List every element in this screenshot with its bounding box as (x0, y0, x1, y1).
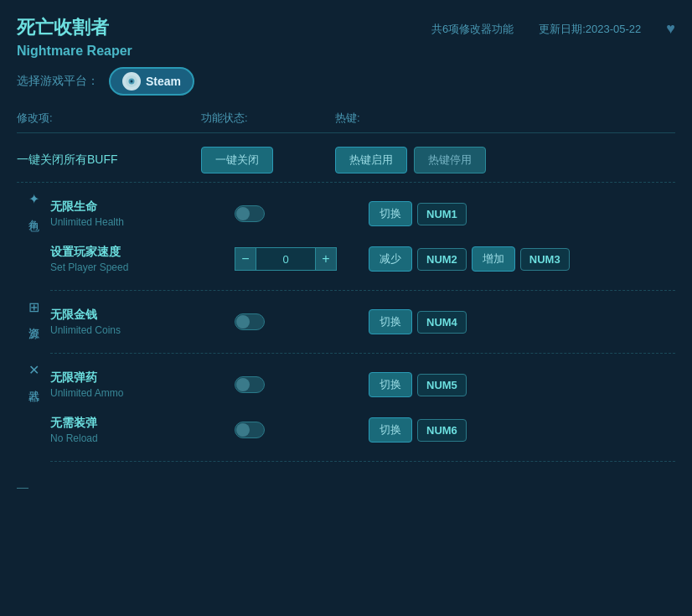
mod-name-en: Unlimited Ammo (50, 387, 235, 399)
hotkey-key-badge: NUM1 (417, 203, 467, 225)
section-character: ✦角色无限生命 Unlimited Health切换NUM1设置玩家速度 Set… (17, 183, 675, 291)
col-mod-header: 修改项: (17, 111, 201, 126)
col-status-header: 功能状态: (201, 111, 335, 126)
hotkey-switch-button[interactable]: 切换 (369, 201, 412, 226)
hotkey-key-badge: NUM4 (417, 311, 467, 334)
stepper-area: − + (235, 247, 369, 271)
category-label-weapons: 武器 (26, 381, 41, 385)
mod-name-en: Unlimited Health (50, 216, 235, 228)
hotkey-key-badge: NUM3 (520, 248, 570, 271)
hotkey-switch-button[interactable]: 切换 (369, 372, 412, 397)
mod-name-cn: 无限弹药 (50, 370, 235, 386)
hotkey-enable-button[interactable]: 热键启用 (335, 147, 407, 173)
mod-row-1-0: 无限金钱 Unlimited Coins切换NUM4 (50, 299, 675, 344)
mod-name-block: 无限生命 Unlimited Health (50, 199, 235, 228)
mod-hotkeys: 切换NUM5 (369, 372, 675, 397)
mod-row-0-0: 无限生命 Unlimited Health切换NUM1 (50, 191, 675, 236)
section-items-character: 无限生命 Unlimited Health切换NUM1设置玩家速度 Set Pl… (50, 183, 675, 291)
title-block: 死亡收割者 Nightmare Reaper (17, 15, 406, 59)
header-meta: 共6项修改器功能 更新日期:2023-05-22 ♥ (431, 15, 675, 38)
hotkey-switch-button[interactable]: 切换 (369, 309, 412, 334)
bottom-icon: — (17, 480, 28, 494)
mod-name-block: 无限弹药 Unlimited Ammo (50, 370, 235, 399)
buff-name: 一键关闭所有BUFF (17, 153, 201, 168)
mod-name-en: No Reload (50, 432, 235, 444)
category-label-resources: 资源 (26, 318, 41, 322)
hotkey-switch-button[interactable]: 减少 (369, 246, 412, 272)
category-label-character: 角色 (26, 210, 41, 214)
favorite-icon[interactable]: ♥ (666, 20, 675, 38)
steam-label: Steam (146, 75, 181, 88)
platform-label: 选择游戏平台： (17, 74, 99, 89)
hotkey-key-badge: NUM2 (417, 248, 467, 271)
game-title-en: Nightmare Reaper (17, 44, 406, 59)
mod-toggle-area (235, 376, 369, 393)
mod-hotkeys: 切换NUM1 (369, 201, 675, 226)
hotkey-key-badge: NUM5 (417, 374, 467, 396)
stepper-plus-button[interactable]: + (315, 247, 337, 271)
mod-hotkeys: 切换NUM4 (369, 309, 675, 334)
svg-point-2 (131, 80, 133, 83)
section-items-weapons: 无限弹药 Unlimited Ammo切换NUM5无需装弹 No Reload切… (50, 354, 675, 462)
toggle-switch[interactable] (235, 205, 265, 222)
toggle-switch[interactable] (235, 313, 265, 330)
platform-row: 选择游戏平台： Steam (17, 67, 675, 96)
stepper-input[interactable] (256, 247, 315, 271)
mod-hotkeys: 减少NUM2增加NUM3 (369, 246, 675, 272)
mod-name-cn: 无需装弹 (50, 416, 235, 431)
mod-row-2-1: 无需装弹 No Reload切换NUM6 (50, 407, 675, 453)
mod-hotkeys: 切换NUM6 (369, 417, 675, 443)
hotkey-disable-button[interactable]: 热键停用 (414, 147, 486, 173)
buff-status: 一键关闭 (201, 147, 335, 173)
section-resources: ⊞资源无限金钱 Unlimited Coins切换NUM4 (17, 291, 675, 354)
section-items-resources: 无限金钱 Unlimited Coins切换NUM4 (50, 291, 675, 354)
bottom-bar: — (17, 470, 675, 494)
mod-toggle-area (235, 422, 369, 438)
buff-close-button[interactable]: 一键关闭 (201, 147, 273, 173)
toggle-switch[interactable] (235, 422, 265, 438)
hotkey-key-badge: NUM6 (417, 419, 467, 442)
stepper-minus-button[interactable]: − (235, 247, 256, 271)
mod-name-cn: 设置玩家速度 (50, 245, 235, 260)
hotkey-switch-button[interactable]: 切换 (369, 417, 412, 443)
mod-name-en: Unlimited Coins (50, 324, 235, 336)
section-weapons: ✕武器无限弹药 Unlimited Ammo切换NUM5无需装弹 No Relo… (17, 354, 675, 462)
category-icon-resources: ⊞ (28, 299, 39, 315)
mod-toggle-area (235, 205, 369, 222)
buff-hotkeys: 热键启用 热键停用 (335, 147, 675, 173)
mod-name-cn: 无限生命 (50, 199, 235, 215)
meta-count: 共6项修改器功能 (431, 22, 514, 37)
category-icon-weapons: ✕ (28, 362, 39, 378)
mod-name-en: Set Player Speed (50, 261, 235, 273)
col-hotkey-header: 热键: (335, 111, 675, 126)
steam-logo-icon (122, 72, 141, 91)
mod-row-2-0: 无限弹药 Unlimited Ammo切换NUM5 (50, 362, 675, 407)
game-title-cn: 死亡收割者 (17, 15, 406, 40)
meta-date: 更新日期:2023-05-22 (539, 22, 641, 37)
header: 死亡收割者 Nightmare Reaper 共6项修改器功能 更新日期:202… (17, 15, 675, 59)
category-icon-character: ✦ (28, 191, 39, 207)
mod-name-block: 无限金钱 Unlimited Coins (50, 308, 235, 336)
category-sidebar-resources: ⊞资源 (17, 291, 50, 354)
steam-button[interactable]: Steam (109, 67, 194, 96)
speed-row-0-1: 设置玩家速度 Set Player Speed − + 减少NUM2增加NUM3 (50, 236, 675, 282)
mod-toggle-area (235, 313, 369, 330)
category-sidebar-character: ✦角色 (17, 183, 50, 291)
mod-name-block: 无需装弹 No Reload (50, 416, 235, 444)
sections-container: ✦角色无限生命 Unlimited Health切换NUM1设置玩家速度 Set… (17, 183, 675, 462)
column-headers: 修改项: 功能状态: 热键: (17, 111, 675, 133)
toggle-switch[interactable] (235, 376, 265, 393)
buff-row: 一键关闭所有BUFF 一键关闭 热键启用 热键停用 (17, 138, 675, 183)
main-container: 死亡收割者 Nightmare Reaper 共6项修改器功能 更新日期:202… (0, 0, 692, 510)
hotkey-switch-button[interactable]: 增加 (472, 246, 515, 272)
category-sidebar-weapons: ✕武器 (17, 354, 50, 462)
mod-name-cn: 无限金钱 (50, 308, 235, 323)
mod-name-block: 设置玩家速度 Set Player Speed (50, 245, 235, 273)
